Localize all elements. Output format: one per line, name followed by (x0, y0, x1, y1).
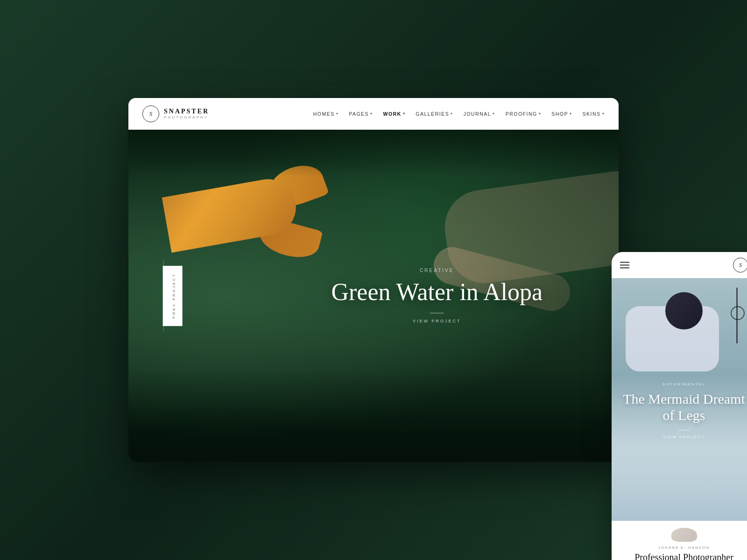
chevron-down-icon: ▾ (336, 112, 339, 116)
nav-item-work[interactable]: WORK ▾ (383, 111, 406, 117)
chevron-down-icon: ▾ (451, 112, 453, 116)
chevron-down-icon: ▾ (602, 112, 605, 116)
mermaid-tail-illustration (166, 167, 315, 270)
logo-text: SNAPSTER PHOTOGRAPHY (164, 108, 209, 119)
mobile-bottom-illustration (671, 528, 697, 542)
logo-subtitle: PHOTOGRAPHY (164, 115, 209, 119)
chevron-down-icon: ▾ (493, 112, 495, 116)
nav-item-journal[interactable]: JOURNAL ▾ (464, 111, 495, 117)
chevron-down-icon: ▾ (539, 112, 542, 116)
hamburger-line-1 (620, 262, 629, 263)
mobile-bottom-card: JOHANA K. HANSON Professional Photograph… (612, 521, 747, 560)
logo[interactable]: S SNAPSTER PHOTOGRAPHY (142, 105, 209, 122)
side-prev-label[interactable]: PREV PROJECT (163, 266, 183, 326)
progress-line (163, 260, 164, 288)
desktop-mockup: S SNAPSTER PHOTOGRAPHY HOMES ▾ PAGES ▾ W… (128, 98, 619, 462)
mobile-navbar: S (612, 252, 747, 278)
mobile-hero-cta-link[interactable]: VIEW PROJECT (621, 435, 747, 439)
navbar: S SNAPSTER PHOTOGRAPHY HOMES ▾ PAGES ▾ W… (128, 98, 619, 130)
hamburger-line-3 (620, 267, 629, 268)
hero-category: CREATIVE (331, 268, 543, 273)
nav-item-skins[interactable]: SKINS ▾ (582, 111, 605, 117)
hero-section: PREV PROJECT CREATIVE Green Water in Alo… (128, 130, 619, 462)
logo-icon: S (142, 105, 159, 122)
mobile-hero-category: EXPERIMENTAL (621, 382, 747, 386)
nav-item-pages[interactable]: PAGES ▾ (349, 111, 373, 117)
hero-cta-link[interactable]: VIEW PROJECT (331, 319, 543, 324)
hamburger-menu-button[interactable] (620, 262, 629, 268)
gradient-overlay-bottom (128, 406, 619, 462)
progress-active (163, 290, 164, 302)
nav-item-homes[interactable]: HOMES ▾ (313, 111, 339, 117)
hero-content: CREATIVE Green Water in Alopa VIEW PROJE… (331, 268, 543, 323)
nav-item-proofing[interactable]: PROOFING ▾ (506, 111, 542, 117)
mobile-mockup: S EXPERIMENTAL The Mermaid Dreamt of Leg… (612, 252, 747, 560)
hero-divider (430, 313, 444, 314)
progress-line-2 (163, 304, 164, 332)
side-progress (163, 260, 164, 332)
mobile-hero-section: EXPERIMENTAL The Mermaid Dreamt of Legs … (612, 278, 747, 521)
nav-item-shop[interactable]: SHOP ▾ (551, 111, 572, 117)
mobile-author-name: JOHANA K. HANSON (658, 546, 710, 550)
gradient-overlay-top (128, 130, 619, 176)
chevron-down-icon: ▾ (403, 112, 406, 116)
mobile-swimmer-head (665, 292, 703, 329)
mobile-rope-loop (731, 306, 745, 320)
chevron-down-icon: ▾ (370, 112, 373, 116)
mobile-author-title: Professional Photographer (634, 552, 733, 560)
nav-item-galleries[interactable]: GALLERIES ▾ (416, 111, 453, 117)
chevron-down-icon: ▾ (570, 112, 572, 116)
mobile-logo-icon[interactable]: S (733, 258, 747, 273)
mobile-hero-divider (678, 430, 690, 430)
mobile-hero-title: The Mermaid Dreamt of Legs (621, 391, 747, 423)
hero-title: Green Water in Alopa (331, 279, 543, 305)
mobile-hero-content: EXPERIMENTAL The Mermaid Dreamt of Legs … (612, 382, 747, 439)
nav-links: HOMES ▾ PAGES ▾ WORK ▾ GALLERIES ▾ JOURN… (313, 111, 605, 117)
logo-name: SNAPSTER (164, 108, 209, 115)
hamburger-line-2 (620, 265, 629, 266)
